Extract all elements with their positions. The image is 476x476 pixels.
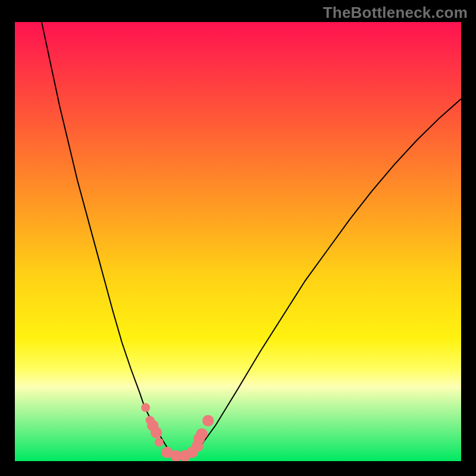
chart-series-curve-right — [193, 99, 461, 453]
chart-series-curve-left — [42, 22, 173, 455]
plot-area — [15, 22, 461, 461]
chart-svg — [15, 22, 461, 461]
chart-marker — [196, 428, 208, 440]
chart-marker — [141, 403, 150, 412]
chart-marker — [202, 415, 214, 427]
chart-frame: TheBottleneck.com — [0, 0, 476, 476]
chart-marker — [151, 427, 162, 438]
chart-marker — [155, 438, 164, 447]
watermark-text: TheBottleneck.com — [323, 4, 468, 22]
